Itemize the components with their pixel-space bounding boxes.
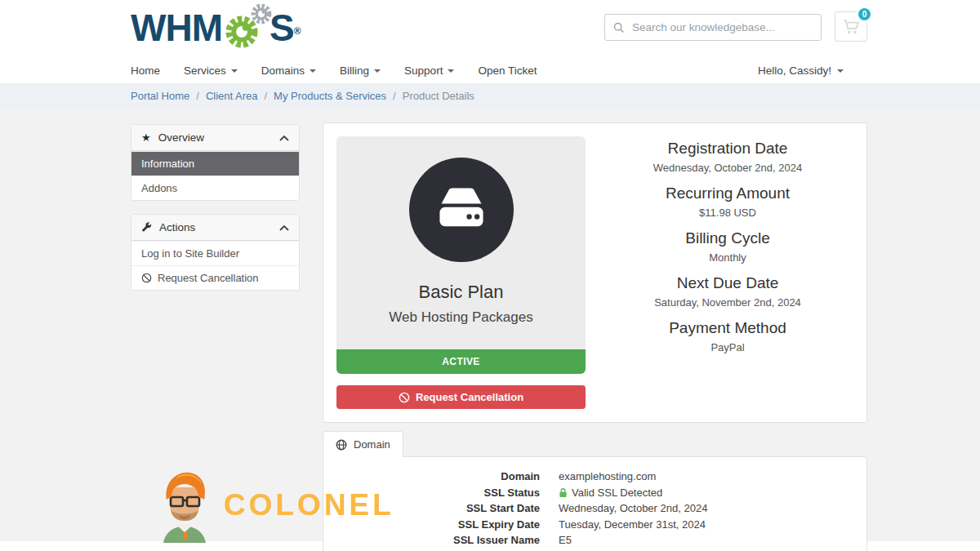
account-menu[interactable]: Hello, Cassidy!: [758, 64, 844, 77]
breadcrumb-current: Product Details: [403, 90, 474, 102]
chevron-down-icon: [837, 69, 844, 73]
nav-domains[interactable]: Domains: [261, 64, 316, 77]
chevron-down-icon: [310, 69, 316, 73]
nav-support-label: Support: [404, 64, 443, 77]
server-icon: [434, 184, 489, 235]
breadcrumb-separator: /: [264, 90, 267, 102]
page-body: ★ Overview Information Addons: [0, 109, 980, 541]
sidebar-item-label: Request Cancellation: [158, 272, 259, 284]
product-name: Basic Plan: [336, 282, 586, 303]
sidebar-item-label: Addons: [141, 182, 177, 194]
breadcrumb-portal-home[interactable]: Portal Home: [131, 90, 189, 102]
header: WHM S ®: [0, 0, 980, 83]
overview-title: Overview: [158, 131, 204, 144]
search-input[interactable]: [632, 21, 813, 33]
detail-value: Saturday, November 2nd, 2024: [602, 296, 853, 309]
main-content: Basic Plan Web Hosting Packages ACTIVE R…: [323, 109, 867, 551]
domain-row: SSL Issuer Name E5: [336, 532, 854, 549]
whmcs-logo[interactable]: WHM S ®: [131, 3, 301, 56]
detail-label: Next Due Date: [602, 274, 853, 292]
detail-value: Wednesday, October 2nd, 2024: [602, 162, 853, 174]
detail-label: Payment Method: [602, 319, 853, 337]
nav-open-ticket-label: Open Ticket: [478, 64, 537, 77]
nav-home-label: Home: [131, 64, 160, 77]
row-value: Valid SSL Detected: [540, 485, 662, 501]
cart-icon: [843, 19, 861, 35]
row-value: E5: [540, 532, 572, 549]
nav-domains-label: Domains: [261, 64, 305, 77]
nav-home[interactable]: Home: [131, 64, 160, 77]
nav-support[interactable]: Support: [404, 64, 454, 77]
detail-value: $11.98 USD: [602, 207, 853, 219]
sidebar-item-label: Information: [141, 158, 194, 170]
tab-domain[interactable]: Domain: [323, 431, 403, 457]
sidebar-item-request-cancellation[interactable]: Request Cancellation: [131, 265, 299, 290]
sidebar-item-addons[interactable]: Addons: [131, 176, 299, 200]
domain-panel: Domain examplehosting.com SSL Status Val…: [323, 456, 867, 551]
domain-row: SSL Expiry Date Tuesday, December 31st, …: [336, 517, 854, 533]
main-nav: Home Services Domains Billing Support Op…: [131, 59, 867, 82]
breadcrumb-separator: /: [393, 90, 396, 102]
breadcrumb-separator: /: [196, 90, 199, 102]
colonel-watermark: COLONEL: [154, 468, 394, 543]
ssl-lock-icon: [559, 487, 568, 498]
sidebar-item-information[interactable]: Information: [131, 151, 299, 176]
actions-card-header[interactable]: Actions: [131, 215, 299, 241]
ban-icon: [399, 392, 410, 403]
row-value: Tuesday, December 31st, 2024: [540, 517, 706, 533]
sidebar-item-label: Log in to Site Builder: [141, 247, 239, 260]
row-value: Wednesday, October 2nd, 2024: [540, 500, 707, 517]
logo-gears: [223, 3, 269, 52]
nav-services-label: Services: [184, 64, 226, 77]
breadcrumb-my-products[interactable]: My Products & Services: [274, 90, 386, 102]
sidebar-item-site-builder[interactable]: Log in to Site Builder: [131, 241, 299, 265]
gear-icon: [223, 13, 261, 51]
search-icon: [613, 22, 625, 33]
request-cancellation-label: Request Cancellation: [416, 391, 523, 403]
chevron-down-icon: [448, 69, 454, 73]
domain-row: SSL Start Date Wednesday, October 2nd, 2…: [336, 500, 854, 517]
breadcrumb-client-area[interactable]: Client Area: [206, 90, 258, 102]
actions-title: Actions: [159, 221, 195, 233]
knowledgebase-search: [604, 14, 822, 41]
nav-services[interactable]: Services: [184, 64, 238, 77]
product-tile: Basic Plan Web Hosting Packages ACTIVE: [336, 136, 586, 374]
tab-domain-label: Domain: [354, 438, 390, 451]
star-icon: ★: [141, 132, 151, 143]
wrench-icon: [141, 222, 152, 233]
chevron-up-icon: [279, 135, 289, 141]
colonel-wordmark: COLONEL: [224, 488, 394, 522]
ssl-status-text: Valid SSL Detected: [572, 485, 662, 501]
detail-label: Billing Cycle: [602, 229, 853, 247]
globe-icon: [336, 439, 347, 451]
nav-open-ticket[interactable]: Open Ticket: [478, 64, 537, 77]
overview-card: ★ Overview Information Addons: [131, 124, 300, 201]
chevron-up-icon: [279, 224, 289, 231]
cart-button[interactable]: 0: [835, 11, 867, 42]
domain-row: SSL Status Valid SSL Detected: [336, 485, 854, 501]
detail-value: PayPal: [602, 341, 853, 353]
product-details-panel: Basic Plan Web Hosting Packages ACTIVE R…: [323, 122, 867, 423]
greeting-label: Hello, Cassidy!: [758, 64, 831, 77]
product-icon-circle: [409, 158, 514, 262]
nav-billing[interactable]: Billing: [340, 64, 381, 77]
actions-card: Actions Log in to Site Builder Request C…: [131, 214, 300, 291]
logo-text-whm: WHM: [131, 3, 222, 52]
row-value: examplehosting.com: [540, 469, 656, 485]
detail-value: Monthly: [602, 251, 853, 264]
ban-icon: [141, 273, 152, 283]
tab-bar: Domain: [323, 431, 867, 457]
status-badge: ACTIVE: [336, 349, 586, 374]
chevron-down-icon: [231, 69, 238, 73]
colonel-character: [154, 468, 217, 543]
breadcrumb: Portal Home / Client Area / My Products …: [0, 83, 980, 109]
domain-row: Domain examplehosting.com: [336, 469, 854, 485]
cart-count-badge: 0: [857, 7, 872, 22]
product-group: Web Hosting Packages: [336, 309, 586, 349]
request-cancellation-button[interactable]: Request Cancellation: [336, 385, 586, 409]
detail-label: Registration Date: [602, 140, 853, 158]
nav-billing-label: Billing: [340, 64, 369, 77]
detail-label: Recurring Amount: [602, 184, 853, 202]
overview-card-header[interactable]: ★ Overview: [131, 125, 299, 151]
registered-mark: ®: [294, 7, 301, 56]
